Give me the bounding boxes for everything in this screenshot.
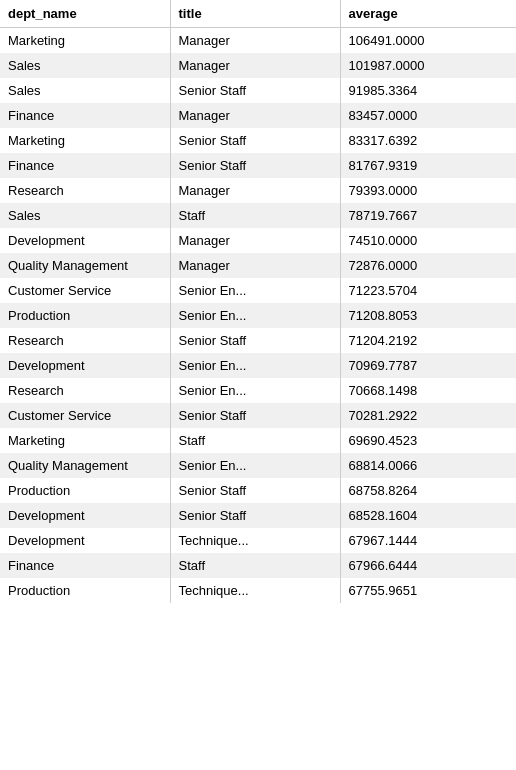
table-cell: Staff <box>170 553 340 578</box>
table-cell: Quality Management <box>0 253 170 278</box>
table-row: MarketingStaff69690.4523 <box>0 428 516 453</box>
table-row: MarketingSenior Staff83317.6392 <box>0 128 516 153</box>
table-row: DevelopmentManager74510.0000 <box>0 228 516 253</box>
table-cell: 70281.2922 <box>340 403 516 428</box>
table-cell: 69690.4523 <box>340 428 516 453</box>
table-cell: Production <box>0 578 170 603</box>
table-cell: Senior Staff <box>170 503 340 528</box>
table-cell: Marketing <box>0 28 170 54</box>
table-cell: Senior En... <box>170 453 340 478</box>
table-row: ProductionSenior Staff68758.8264 <box>0 478 516 503</box>
table-row: SalesManager101987.0000 <box>0 53 516 78</box>
table-cell: Technique... <box>170 528 340 553</box>
table-row: FinanceManager83457.0000 <box>0 103 516 128</box>
table-cell: Senior Staff <box>170 128 340 153</box>
table-row: Quality ManagementSenior En...68814.0066 <box>0 453 516 478</box>
table-cell: Development <box>0 528 170 553</box>
table-cell: 91985.3364 <box>340 78 516 103</box>
table-cell: Manager <box>170 103 340 128</box>
table-cell: Senior Staff <box>170 328 340 353</box>
header-row: dept_name title average <box>0 0 516 28</box>
table-cell: 101987.0000 <box>340 53 516 78</box>
table-row: ResearchManager79393.0000 <box>0 178 516 203</box>
data-table: dept_name title average MarketingManager… <box>0 0 516 603</box>
table-cell: Production <box>0 303 170 328</box>
table-cell: 71208.8053 <box>340 303 516 328</box>
table-row: DevelopmentSenior En...70969.7787 <box>0 353 516 378</box>
table-cell: 106491.0000 <box>340 28 516 54</box>
table-cell: 71223.5704 <box>340 278 516 303</box>
table-cell: Research <box>0 178 170 203</box>
table-row: FinanceSenior Staff81767.9319 <box>0 153 516 178</box>
table-cell: Manager <box>170 228 340 253</box>
col-header-title: title <box>170 0 340 28</box>
table-row: Customer ServiceSenior En...71223.5704 <box>0 278 516 303</box>
table-cell: Sales <box>0 203 170 228</box>
col-header-dept: dept_name <box>0 0 170 28</box>
table-cell: 68758.8264 <box>340 478 516 503</box>
table-row: MarketingManager106491.0000 <box>0 28 516 54</box>
table-cell: Senior Staff <box>170 153 340 178</box>
table-cell: Senior En... <box>170 353 340 378</box>
table-cell: 83317.6392 <box>340 128 516 153</box>
table-cell: 72876.0000 <box>340 253 516 278</box>
table-cell: Development <box>0 228 170 253</box>
table-row: ProductionTechnique...67755.9651 <box>0 578 516 603</box>
table-row: ResearchSenior En...70668.1498 <box>0 378 516 403</box>
table-row: DevelopmentSenior Staff68528.1604 <box>0 503 516 528</box>
table-cell: Manager <box>170 253 340 278</box>
table-row: ResearchSenior Staff71204.2192 <box>0 328 516 353</box>
table-cell: Staff <box>170 203 340 228</box>
table-cell: Finance <box>0 103 170 128</box>
table-cell: Senior En... <box>170 303 340 328</box>
table-cell: Development <box>0 503 170 528</box>
table-row: FinanceStaff67966.6444 <box>0 553 516 578</box>
col-header-average: average <box>340 0 516 28</box>
table-cell: Quality Management <box>0 453 170 478</box>
table-cell: Senior Staff <box>170 478 340 503</box>
table-cell: Customer Service <box>0 278 170 303</box>
table-cell: 67755.9651 <box>340 578 516 603</box>
table-cell: 67966.6444 <box>340 553 516 578</box>
table-cell: Staff <box>170 428 340 453</box>
table-row: SalesStaff78719.7667 <box>0 203 516 228</box>
table-cell: Manager <box>170 178 340 203</box>
table-row: DevelopmentTechnique...67967.1444 <box>0 528 516 553</box>
table-cell: Manager <box>170 53 340 78</box>
table-cell: 67967.1444 <box>340 528 516 553</box>
table-cell: 70969.7787 <box>340 353 516 378</box>
table-cell: Sales <box>0 78 170 103</box>
table-row: ProductionSenior En...71208.8053 <box>0 303 516 328</box>
table-cell: Development <box>0 353 170 378</box>
table-cell: Manager <box>170 28 340 54</box>
table-cell: Customer Service <box>0 403 170 428</box>
table-cell: 78719.7667 <box>340 203 516 228</box>
table-row: Quality ManagementManager72876.0000 <box>0 253 516 278</box>
table-cell: 71204.2192 <box>340 328 516 353</box>
table-row: Customer ServiceSenior Staff70281.2922 <box>0 403 516 428</box>
table-cell: Research <box>0 328 170 353</box>
table-cell: 68528.1604 <box>340 503 516 528</box>
table-cell: Finance <box>0 553 170 578</box>
table-cell: Finance <box>0 153 170 178</box>
table-cell: 81767.9319 <box>340 153 516 178</box>
table-cell: Technique... <box>170 578 340 603</box>
table-cell: Marketing <box>0 428 170 453</box>
table-cell: Senior Staff <box>170 403 340 428</box>
table-cell: 74510.0000 <box>340 228 516 253</box>
table-cell: Production <box>0 478 170 503</box>
table-cell: Senior En... <box>170 378 340 403</box>
table-cell: 68814.0066 <box>340 453 516 478</box>
table-cell: Marketing <box>0 128 170 153</box>
table-cell: 70668.1498 <box>340 378 516 403</box>
table-cell: 79393.0000 <box>340 178 516 203</box>
table-row: SalesSenior Staff91985.3364 <box>0 78 516 103</box>
table-cell: Sales <box>0 53 170 78</box>
table-cell: Senior En... <box>170 278 340 303</box>
table-cell: 83457.0000 <box>340 103 516 128</box>
table-cell: Research <box>0 378 170 403</box>
table-cell: Senior Staff <box>170 78 340 103</box>
